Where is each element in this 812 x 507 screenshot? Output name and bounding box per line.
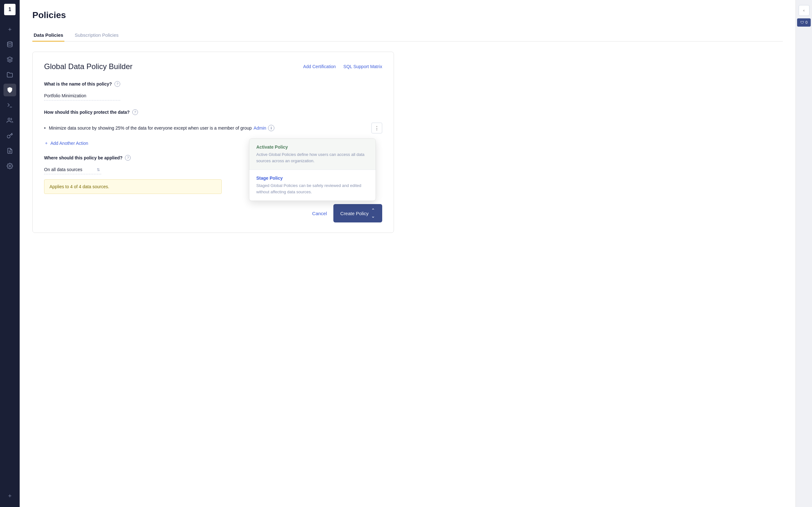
apply-select[interactable]: On all data sources bbox=[44, 165, 101, 174]
policy-card: Global Data Policy Builder Add Certifica… bbox=[32, 52, 394, 233]
tab-subscription-policies[interactable]: Subscription Policies bbox=[73, 29, 119, 42]
right-panel-toggle-button[interactable]: ‹ bbox=[799, 5, 809, 16]
add-action-button[interactable]: ＋ Add Another Action bbox=[44, 140, 88, 146]
key-nav-icon[interactable] bbox=[3, 129, 16, 142]
chevron-left-icon: ‹ bbox=[803, 8, 805, 13]
stage-policy-item[interactable]: Stage Policy Staged Global Policies can … bbox=[249, 170, 375, 201]
database-nav-icon[interactable] bbox=[3, 38, 16, 51]
form-footer: Cancel Create Policy ⌃⌄ Activate Policy … bbox=[44, 204, 382, 222]
main-content: Policies Data Policies Subscription Poli… bbox=[20, 0, 796, 507]
protect-data-label: How should this policy protect the data?… bbox=[44, 109, 382, 115]
activate-policy-desc: Active Global Policies define how users … bbox=[256, 152, 368, 164]
action-item: • Minimize data source by showing 25% of… bbox=[44, 119, 382, 136]
policy-name-label: What is the name of this policy? ? bbox=[44, 81, 382, 87]
add-action-plus-icon: ＋ bbox=[44, 140, 49, 146]
policy-name-section: What is the name of this policy? ? bbox=[44, 81, 382, 101]
shield-badge-icon: 🛡 bbox=[800, 20, 804, 25]
reports-nav-icon[interactable] bbox=[3, 145, 16, 157]
terminal-nav-icon[interactable] bbox=[3, 99, 16, 112]
apply-select-wrapper: On all data sources ⇅ bbox=[44, 165, 101, 174]
svg-point-3 bbox=[8, 118, 10, 120]
stage-policy-title: Stage Policy bbox=[256, 176, 368, 181]
add-bottom-section: ＋ bbox=[3, 488, 16, 503]
create-policy-button[interactable]: Create Policy ⌃⌄ bbox=[334, 204, 382, 222]
card-title: Global Data Policy Builder bbox=[44, 62, 133, 71]
right-panel: ‹ 🛡 0 bbox=[796, 0, 812, 507]
settings-nav-icon[interactable] bbox=[3, 160, 16, 172]
sidebar: 1 ＋ ＋ bbox=[0, 0, 20, 507]
folder-nav-icon[interactable] bbox=[3, 68, 16, 81]
tab-data-policies[interactable]: Data Policies bbox=[32, 29, 64, 42]
layers-nav-icon[interactable] bbox=[3, 53, 16, 66]
users-nav-icon[interactable] bbox=[3, 114, 16, 127]
shield-nav-icon[interactable] bbox=[3, 83, 16, 96]
protect-help-icon[interactable]: ? bbox=[132, 109, 138, 115]
name-help-icon[interactable]: ? bbox=[114, 81, 120, 87]
right-panel-badge[interactable]: 🛡 0 bbox=[797, 18, 811, 26]
action-text: • Minimize data source by showing 25% of… bbox=[44, 125, 274, 131]
applies-info-box: Applies to 4 of 4 data sources. bbox=[44, 179, 222, 194]
tabs-container: Data Policies Subscription Policies bbox=[32, 29, 783, 42]
add-certification-link[interactable]: Add Certification bbox=[303, 64, 336, 69]
stage-policy-desc: Staged Global Policies can be safely rev… bbox=[256, 182, 368, 195]
bullet-icon: • bbox=[44, 125, 46, 130]
policy-name-input[interactable] bbox=[44, 91, 120, 101]
add-bottom-icon[interactable]: ＋ bbox=[3, 489, 16, 502]
svg-point-0 bbox=[8, 42, 12, 43]
create-policy-chevron-icon: ⌃⌄ bbox=[371, 208, 375, 219]
sql-support-matrix-link[interactable]: SQL Support Matrix bbox=[344, 64, 382, 69]
create-policy-dropdown: Activate Policy Active Global Policies d… bbox=[249, 138, 376, 201]
action-menu-button[interactable]: ⋮ bbox=[371, 123, 382, 133]
apply-help-icon[interactable]: ? bbox=[125, 155, 131, 161]
svg-point-6 bbox=[9, 165, 11, 167]
cancel-button[interactable]: Cancel bbox=[312, 211, 327, 216]
app-logo[interactable]: 1 bbox=[4, 4, 15, 15]
svg-marker-1 bbox=[7, 57, 13, 60]
add-nav-icon[interactable]: ＋ bbox=[3, 23, 16, 36]
activate-policy-item[interactable]: Activate Policy Active Global Policies d… bbox=[249, 139, 375, 170]
action-info-icon[interactable]: ℹ bbox=[268, 125, 274, 131]
activate-policy-title: Activate Policy bbox=[256, 145, 368, 150]
card-header: Global Data Policy Builder Add Certifica… bbox=[44, 62, 382, 71]
action-group-link[interactable]: Admin bbox=[254, 125, 266, 130]
page-title: Policies bbox=[32, 10, 783, 20]
card-actions: Add Certification SQL Support Matrix bbox=[303, 64, 382, 69]
